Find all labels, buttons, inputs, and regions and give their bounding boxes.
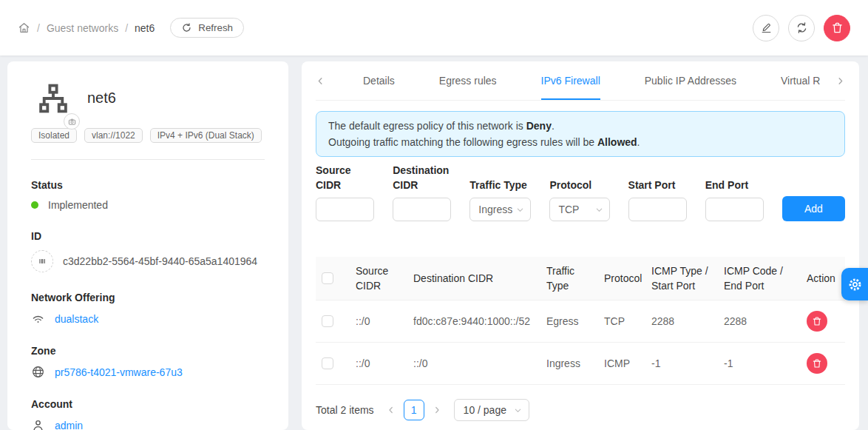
topbar-actions xyxy=(753,15,850,41)
resource-header: net6 xyxy=(25,82,271,115)
cell-icmp-type-start-port: 2288 xyxy=(645,300,718,343)
refresh-button[interactable]: Refresh xyxy=(170,18,244,38)
page-size-select[interactable]: 10 / page xyxy=(454,399,529,421)
firewall-rules-table: Source CIDR Destination CIDR Traffic Typ… xyxy=(316,257,845,385)
restart-button[interactable] xyxy=(788,15,815,41)
start-port-input[interactable] xyxy=(628,198,687,221)
tabs-scroll-left-icon[interactable] xyxy=(316,76,341,86)
egress-policy-alert: The default egress policy of this networ… xyxy=(316,111,845,157)
col-source-cidr: Source CIDR xyxy=(350,257,407,300)
breadcrumb-separator: / xyxy=(125,22,128,34)
select-all-checkbox[interactable] xyxy=(322,272,333,284)
col-icmp-code-end-port: ICMP Code / End Port xyxy=(718,257,801,300)
source-cidr-input[interactable] xyxy=(316,198,374,221)
breadcrumb-separator: / xyxy=(37,22,40,34)
content: net6 Isolated vlan://1022 IPv4 + IPv6 (D… xyxy=(0,56,868,430)
pagination: Total 2 items 1 10 / page xyxy=(316,399,845,421)
destination-cidr-label: Destination CIDR xyxy=(393,163,451,192)
row-checkbox[interactable] xyxy=(322,357,333,369)
trash-icon xyxy=(812,316,822,326)
tag-stack: IPv4 + IPv6 (Dual Stack) xyxy=(150,128,262,143)
zone-label: Zone xyxy=(31,345,271,357)
top-bar: / Guest networks / net6 Refresh xyxy=(0,0,868,56)
detail-panel: Details Egress rules IPv6 Firewall Publi… xyxy=(302,61,859,430)
traffic-type-label: Traffic Type xyxy=(469,178,531,192)
tab-ipv6-firewall[interactable]: IPv6 Firewall xyxy=(541,61,600,100)
cell-destination-cidr: fd0c:c87e:9440:1000::/52 xyxy=(407,300,540,343)
id-section: ID c3d22bb2-5564-45bf-9440-65a5a1401964 xyxy=(31,230,271,272)
user-icon xyxy=(31,418,45,430)
table-row: ::/0 fd0c:c87e:9440:1000::/52 Egress TCP… xyxy=(316,300,845,343)
end-port-input[interactable] xyxy=(705,198,764,221)
add-rule-button[interactable]: Add xyxy=(782,196,845,221)
traffic-type-select[interactable]: Ingress xyxy=(469,198,531,221)
status-section: Status Implemented xyxy=(31,179,271,211)
pagination-prev-icon[interactable] xyxy=(384,406,398,414)
tabs: Details Egress rules IPv6 Firewall Publi… xyxy=(341,61,820,100)
trash-icon xyxy=(831,21,844,34)
chevron-down-icon xyxy=(514,406,522,414)
barcode-icon xyxy=(31,250,53,272)
col-action: Action xyxy=(801,257,845,300)
pagination-page-1[interactable]: 1 xyxy=(404,400,424,420)
delete-rule-button[interactable] xyxy=(807,353,827,374)
settings-fab[interactable] xyxy=(841,268,868,300)
protocol-label: Protocol xyxy=(549,178,609,192)
resource-title: net6 xyxy=(87,90,116,107)
sync-icon xyxy=(796,21,808,34)
alert-line-1: The default egress policy of this networ… xyxy=(328,118,833,134)
status-label: Status xyxy=(31,179,271,191)
network-offering-section: Network Offering dualstack xyxy=(31,292,271,326)
account-label: Account xyxy=(31,398,271,410)
status-value: Implemented xyxy=(48,199,108,211)
tab-egress-rules[interactable]: Egress rules xyxy=(439,61,497,100)
pagination-total: Total 2 items xyxy=(316,404,374,416)
cell-traffic-type: Egress xyxy=(540,300,598,343)
edit-button[interactable] xyxy=(753,15,779,41)
network-apartment-icon xyxy=(37,82,69,115)
zone-link[interactable]: pr5786-t4021-vmware-67u3 xyxy=(55,366,183,378)
account-link[interactable]: admin xyxy=(55,420,83,430)
cell-protocol: TCP xyxy=(598,300,645,343)
account-section: Account admin xyxy=(31,398,271,430)
table-header-row: Source CIDR Destination CIDR Traffic Typ… xyxy=(316,257,845,300)
tab-details[interactable]: Details xyxy=(363,61,395,100)
resource-tags: Isolated vlan://1022 IPv4 + IPv6 (Dual S… xyxy=(31,128,271,143)
col-protocol: Protocol xyxy=(598,257,645,300)
network-offering-label: Network Offering xyxy=(31,292,271,303)
home-icon[interactable] xyxy=(18,21,30,34)
cell-icmp-code-end-port: -1 xyxy=(718,343,801,385)
protocol-select[interactable]: TCP xyxy=(549,198,609,221)
source-cidr-label: Source CIDR xyxy=(316,163,374,192)
refresh-label: Refresh xyxy=(198,22,233,33)
gear-icon xyxy=(847,277,863,292)
destination-cidr-input[interactable] xyxy=(393,198,451,221)
delete-rule-button[interactable] xyxy=(807,311,827,332)
network-offering-link[interactable]: dualstack xyxy=(55,313,98,325)
wifi-icon xyxy=(31,312,45,326)
pagination-next-icon[interactable] xyxy=(430,406,444,414)
page: / Guest networks / net6 Refresh xyxy=(0,0,868,430)
tab-virtual-routers[interactable]: Virtual Routers xyxy=(781,61,820,100)
reload-icon xyxy=(181,22,192,33)
status-dot-icon xyxy=(31,201,38,209)
cell-source-cidr: ::/0 xyxy=(350,300,407,343)
id-value: c3d22bb2-5564-45bf-9440-65a5a1401964 xyxy=(63,255,257,267)
resource-sidebar: net6 Isolated vlan://1022 IPv4 + IPv6 (D… xyxy=(7,61,288,430)
cell-icmp-code-end-port: 2288 xyxy=(718,300,801,343)
col-destination-cidr: Destination CIDR xyxy=(407,257,540,300)
row-checkbox[interactable] xyxy=(322,315,333,327)
breadcrumb-net6: net6 xyxy=(135,22,155,34)
tabs-scroll-right-icon[interactable] xyxy=(820,76,845,86)
tab-public-ip-addresses[interactable]: Public IP Addresses xyxy=(645,61,736,100)
breadcrumb-guest-networks[interactable]: Guest networks xyxy=(47,22,118,34)
cell-traffic-type: Ingress xyxy=(540,343,598,385)
tag-vlan: vlan://1022 xyxy=(84,128,143,143)
id-label: ID xyxy=(31,230,271,242)
globe-icon xyxy=(31,365,45,379)
breadcrumb: / Guest networks / net6 Refresh xyxy=(18,18,244,38)
pencil-icon xyxy=(760,21,773,34)
end-port-label: End Port xyxy=(705,178,764,192)
camera-icon[interactable] xyxy=(64,113,80,130)
delete-network-button[interactable] xyxy=(824,15,850,41)
